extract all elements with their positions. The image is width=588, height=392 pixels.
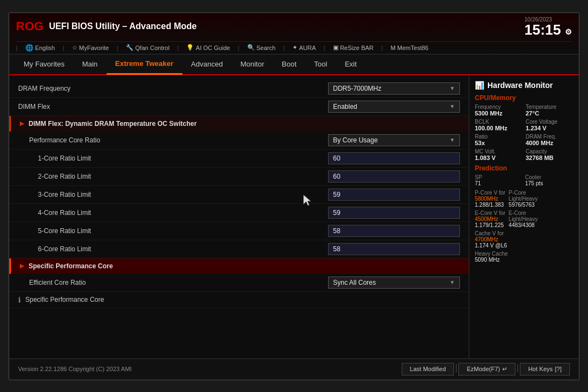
5core-ratio-text: 58 [333, 227, 340, 235]
nav-bar: My Favorites Main Extreme Tweaker Advanc… [9, 54, 579, 75]
language-icon: 🌐 [25, 44, 34, 52]
dimm-flex-text: Enabled [333, 103, 357, 111]
toolbar-aioc[interactable]: 💡 AI OC Guide [186, 44, 230, 51]
version-label: Version 2.22.1286 Copyright (C) 2023 AMI [18, 366, 132, 372]
2core-ratio-row: 2-Core Ratio Limit 60 [9, 168, 469, 186]
toolbar-resizebar-label: ReSize BAR [340, 45, 374, 51]
3core-ratio-label: 3-Core Ratio Limit [18, 191, 328, 198]
hw-dramfreq-label: DRAM Freq. 4000 MHz [526, 134, 574, 146]
5core-ratio-row: 5-Core Ratio Limit 58 [9, 222, 469, 240]
hw-stats-grid: Frequency 5300 MHz Temperature 27°C BCLK… [475, 104, 573, 161]
dimm-flex-label: DIMM Flex [18, 103, 328, 111]
memtest-icon: M [391, 45, 396, 51]
3core-ratio-row: 3-Core Ratio Limit 59 [9, 186, 469, 204]
toolbar-search[interactable]: 🔍 ? Search [247, 44, 276, 51]
eff-core-ratio-row: Efficient Core Ratio Sync All Cores ▼ [9, 274, 469, 292]
hw-mcvolt-label: MC Volt. 1.083 V [475, 148, 523, 161]
toolbar-language-label: English [35, 45, 55, 51]
nav-tool[interactable]: Tool [306, 54, 336, 75]
1core-ratio-text: 60 [333, 154, 340, 162]
dram-frequency-value[interactable]: DDR5-7000MHz ▼ [328, 82, 460, 95]
5core-ratio-value[interactable]: 58 [328, 225, 460, 237]
hot-keys-label: Hot Keys [528, 366, 553, 372]
hardware-monitor-panel: 📊 Hardware Monitor CPU/Memory Frequency … [469, 75, 579, 358]
nav-advanced[interactable]: Advanced [182, 54, 232, 75]
myfavorite-icon: ☆ [72, 44, 77, 51]
eff-core-ratio-label: Efficient Core Ratio [18, 279, 328, 286]
dimm-flex-section-header[interactable]: ▶ DIMM Flex: Dynamic DRAM Temperature OC… [9, 116, 469, 131]
toolbar-qfan[interactable]: 🔧 Qfan Control [126, 44, 169, 51]
1core-ratio-label: 1-Core Ratio Limit [18, 154, 328, 162]
toolbar-qfan-label: Qfan Control [135, 45, 169, 51]
4core-ratio-value[interactable]: 59 [328, 207, 460, 219]
nav-monitor[interactable]: Monitor [231, 54, 273, 75]
perf-core-ratio-text: By Core Usage [333, 136, 378, 144]
hw-capacity-label: Capacity 32768 MB [526, 148, 574, 161]
toolbar-search-text: Search [257, 45, 276, 51]
dram-frequency-text: DDR5-7000MHz [333, 85, 381, 92]
pred-cooler-label: Cooler 175 pts [525, 174, 574, 186]
nav-extreme-tweaker[interactable]: Extreme Tweaker [107, 54, 182, 75]
ez-mode-icon: ↵ [502, 366, 507, 373]
dimm-section-title: DIMM Flex: Dynamic DRAM Temperature OC S… [29, 120, 197, 128]
content-area: DRAM Frequency DDR5-7000MHz ▼ DIMM Flex … [9, 75, 579, 358]
toolbar-myfavorite-label: MyFavorite [79, 45, 109, 51]
nav-main[interactable]: Main [73, 54, 106, 75]
cpu-memory-title: CPU/Memory [475, 94, 573, 102]
toolbar-divider: | [16, 45, 18, 51]
toolbar-memtest[interactable]: M MemTest86 [391, 45, 429, 51]
rog-logo: ROG [16, 19, 43, 34]
2core-ratio-text: 60 [333, 173, 340, 180]
last-modified-button[interactable]: Last Modified [402, 363, 454, 376]
dram-frequency-row: DRAM Frequency DDR5-7000MHz ▼ [9, 80, 469, 98]
toolbar-memtest-label: MemTest86 [397, 45, 429, 51]
eff-core-ratio-value[interactable]: Sync All Cores ▼ [328, 277, 460, 289]
eff-core-ratio-text: Sync All Cores [333, 279, 376, 286]
hw-ratio-label: Ratio 53x [475, 134, 523, 146]
dimm-flex-row: DIMM Flex Enabled ▼ [9, 98, 469, 116]
toolbar-aura[interactable]: ✦ AURA [292, 44, 316, 51]
toolbar-resizebar[interactable]: ▣ ReSize BAR [333, 44, 374, 51]
hot-keys-button[interactable]: Hot Keys [?] [520, 363, 570, 376]
pred-sp-label: SP 71 [475, 174, 523, 186]
3core-ratio-value[interactable]: 59 [328, 189, 460, 201]
footer: Version 2.22.1286 Copyright (C) 2023 AMI… [9, 358, 579, 379]
nav-exit[interactable]: Exit [336, 54, 365, 75]
spec-perf-section-title: Specific Performance Core [29, 262, 113, 270]
1core-ratio-row: 1-Core Ratio Limit 60 [9, 150, 469, 168]
perf-core-ratio-value[interactable]: By Core Usage ▼ [328, 134, 460, 146]
2core-ratio-label: 2-Core Ratio Limit [18, 173, 328, 180]
1core-ratio-value[interactable]: 60 [328, 152, 460, 164]
datetime-area: 10/26/2023 15:15 ⚙ [524, 16, 572, 37]
nav-favorites[interactable]: My Favorites [15, 54, 73, 75]
4core-ratio-label: 4-Core Ratio Limit [18, 209, 328, 217]
dimm-section-arrow: ▶ [20, 120, 24, 127]
6core-ratio-label: 6-Core Ratio Limit [18, 245, 328, 253]
ez-mode-button[interactable]: EzMode(F7) ↵ [458, 363, 515, 376]
hot-keys-icon: [?] [555, 366, 562, 372]
dimm-flex-value[interactable]: Enabled ▼ [328, 101, 460, 113]
spec-perf-core-section[interactable]: ▶ Specific Performance Core [9, 258, 469, 274]
toolbar-language[interactable]: 🌐 English [25, 44, 55, 52]
aura-icon: ✦ [292, 44, 297, 51]
6core-ratio-value[interactable]: 58 [328, 243, 460, 255]
ez-mode-label: EzMode(F7) [467, 366, 500, 372]
prediction-title: Prediction [475, 164, 573, 172]
5core-ratio-label: 5-Core Ratio Limit [18, 227, 328, 235]
prediction-grid: SP 71 Cooler 175 pts [475, 174, 573, 186]
toolbar-aioc-label: AI OC Guide [196, 45, 230, 51]
bios-title: UEFI BIOS Utility – Advanced Mode [49, 21, 197, 31]
perf-core-ratio-label: Performance Core Ratio [18, 136, 328, 144]
toolbar-aura-label: AURA [299, 45, 316, 51]
dimm-flex-dropdown-arrow: ▼ [450, 103, 455, 109]
clock-display: 15:15 ⚙ [524, 23, 572, 37]
2core-ratio-value[interactable]: 60 [328, 170, 460, 183]
header: ROG UEFI BIOS Utility – Advanced Mode 10… [9, 13, 579, 54]
settings-icon[interactable]: ⚙ [565, 27, 572, 36]
3core-ratio-text: 59 [333, 191, 340, 198]
nav-boot[interactable]: Boot [273, 54, 306, 75]
hw-freq-label: Frequency 5300 MHz [475, 104, 523, 117]
hw-monitor-title: 📊 Hardware Monitor [475, 81, 573, 90]
aioc-icon: 💡 [186, 44, 194, 51]
toolbar-myfavorite[interactable]: ☆ MyFavorite [72, 44, 109, 51]
